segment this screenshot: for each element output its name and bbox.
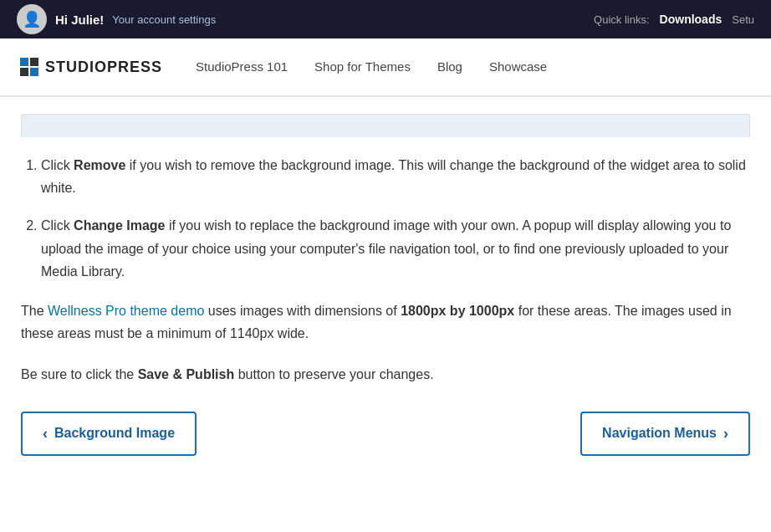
list-item-2-prefix: Click bbox=[41, 218, 74, 233]
instruction-list: Click Remove if you wish to remove the b… bbox=[41, 154, 750, 283]
image-strip bbox=[21, 114, 750, 137]
prev-button-label: Background Image bbox=[54, 426, 175, 441]
admin-bar: 👤 Hi Julie! Your account settings Quick … bbox=[0, 0, 771, 38]
logo-text: STUDIOPRESS bbox=[45, 59, 162, 76]
main-nav: STUDIOPRESS StudioPress 101 Shop for The… bbox=[0, 38, 771, 97]
list-item-2: Click Change Image if you wish to replac… bbox=[41, 214, 750, 283]
right-chevron-icon: › bbox=[723, 425, 728, 442]
wellness-pro-link[interactable]: Wellness Pro theme demo bbox=[48, 304, 204, 318]
svg-rect-2 bbox=[20, 68, 28, 76]
svg-rect-1 bbox=[30, 58, 38, 66]
nav-links: StudioPress 101 Shop for Themes Blog Sho… bbox=[196, 59, 547, 74]
avatar: 👤 bbox=[17, 4, 47, 34]
next-button[interactable]: Navigation Menus › bbox=[580, 412, 750, 456]
list-item-2-bold: Change Image bbox=[74, 218, 165, 233]
nav-buttons: ‹ Background Image Navigation Menus › bbox=[21, 412, 750, 456]
body-text-1-bold: 1800px by 1000px bbox=[401, 304, 514, 318]
list-item-1-prefix: Click bbox=[41, 158, 74, 172]
account-settings-link[interactable]: Your account settings bbox=[112, 13, 216, 26]
nav-item-studiopress101[interactable]: StudioPress 101 bbox=[196, 59, 288, 74]
nav-item-shop-for-themes[interactable]: Shop for Themes bbox=[314, 59, 411, 74]
setup-text: Setu bbox=[732, 13, 754, 26]
next-button-label: Navigation Menus bbox=[602, 426, 717, 441]
body-text-1-suffix: uses images with dimensions of bbox=[204, 304, 401, 318]
greeting-text: Hi Julie! bbox=[55, 13, 104, 27]
quick-links-section: Quick links: Downloads Setu bbox=[594, 13, 754, 26]
downloads-link[interactable]: Downloads bbox=[660, 13, 722, 26]
body-text-2-bold: Save & Publish bbox=[138, 367, 235, 381]
body-text-2-prefix: Be sure to click the bbox=[21, 367, 138, 381]
content-area: Click Remove if you wish to remove the b… bbox=[1, 97, 770, 489]
prev-button[interactable]: ‹ Background Image bbox=[21, 412, 197, 456]
list-item-1-bold: Remove bbox=[74, 158, 125, 172]
nav-item-showcase[interactable]: Showcase bbox=[489, 59, 547, 74]
svg-rect-3 bbox=[30, 68, 38, 76]
user-section: 👤 Hi Julie! Your account settings bbox=[17, 4, 216, 34]
body-text-1-prefix: The bbox=[21, 304, 48, 318]
logo-icon bbox=[20, 58, 38, 76]
body-text-2-suffix: button to preserve your changes. bbox=[234, 367, 433, 381]
nav-item-blog[interactable]: Blog bbox=[437, 59, 462, 74]
quick-links-label: Quick links: bbox=[594, 13, 649, 26]
left-chevron-icon: ‹ bbox=[43, 425, 48, 442]
body-paragraph-2: Be sure to click the Save & Publish butt… bbox=[21, 363, 750, 386]
svg-rect-0 bbox=[20, 58, 28, 66]
list-item-1: Click Remove if you wish to remove the b… bbox=[41, 154, 750, 199]
body-paragraph-1: The Wellness Pro theme demo uses images … bbox=[21, 299, 750, 345]
logo-link[interactable]: STUDIOPRESS bbox=[20, 58, 162, 76]
list-item-1-suffix: if you wish to remove the background ima… bbox=[41, 158, 746, 195]
